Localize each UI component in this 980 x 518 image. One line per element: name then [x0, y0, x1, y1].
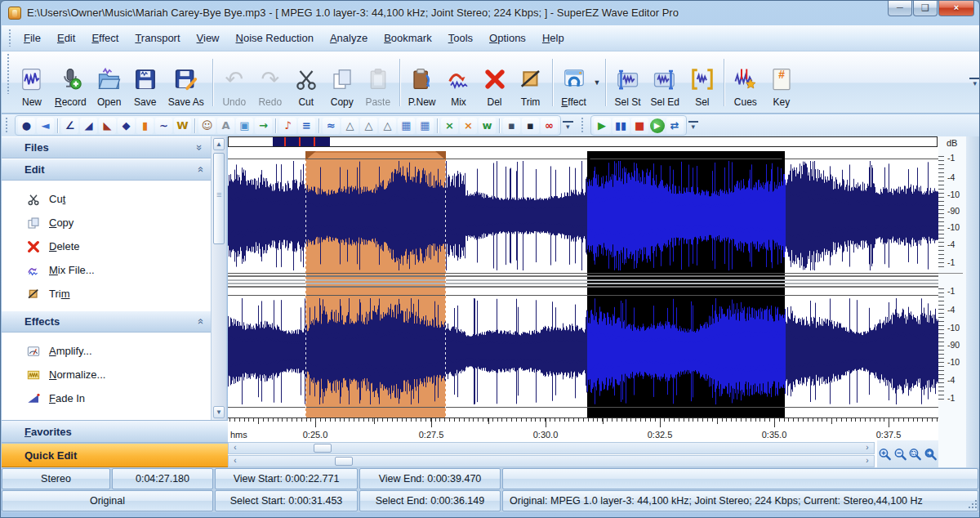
- chevron-double-up-icon[interactable]: »: [194, 167, 206, 172]
- zoom-out-button[interactable]: [893, 444, 907, 465]
- menu-bookmark[interactable]: Bookmark: [376, 29, 440, 47]
- copy-button[interactable]: Copy: [324, 54, 360, 111]
- fade-in-icon[interactable]: ◢: [80, 118, 97, 134]
- menu-options[interactable]: Options: [481, 29, 534, 47]
- maximize-button[interactable]: ❑: [913, 1, 938, 16]
- image-view-icon[interactable]: ▣: [236, 118, 253, 134]
- open-button[interactable]: Open: [91, 54, 127, 111]
- bit-depth-icon[interactable]: △: [360, 118, 377, 134]
- zoom-in-button[interactable]: [878, 444, 892, 465]
- menu-edit[interactable]: Edit: [49, 29, 83, 47]
- select-start-button[interactable]: Sel St: [609, 54, 645, 111]
- scrollbar-thumb[interactable]: [314, 444, 332, 453]
- sidebar-panel-files[interactable]: Files »: [2, 136, 211, 159]
- toolbar-overflow-chevron[interactable]: ▾: [969, 78, 980, 87]
- redo-button[interactable]: ↷ Redo: [252, 54, 288, 111]
- resample-icon[interactable]: △: [341, 118, 359, 134]
- sidebar-item-fade-in[interactable]: Fade In: [2, 386, 211, 410]
- play-button[interactable]: ▶: [594, 118, 611, 134]
- waveform-display[interactable]: [228, 147, 938, 418]
- resize-grip[interactable]: [968, 499, 978, 509]
- toolbar-grip[interactable]: [7, 29, 13, 47]
- minimize-button[interactable]: ─: [888, 1, 912, 16]
- sidebar-item-copy[interactable]: Copy: [2, 211, 211, 234]
- remove-silence-icon[interactable]: ▪: [503, 118, 520, 134]
- sidebar-panel-effects[interactable]: Effects »: [2, 310, 211, 333]
- pulse-icon[interactable]: ≈: [323, 118, 340, 134]
- sidebar-item-mix-file[interactable]: Mix File...: [2, 258, 211, 282]
- menu-help[interactable]: Help: [534, 29, 572, 47]
- loop-button[interactable]: ⇄: [666, 118, 684, 134]
- sidebar-item-normalize[interactable]: Normalize...: [2, 363, 211, 386]
- toolbar-grip[interactable]: [4, 118, 10, 133]
- menu-file[interactable]: File: [16, 29, 49, 47]
- insert-file-icon[interactable]: →: [255, 118, 272, 134]
- overview-bar[interactable]: [228, 136, 938, 147]
- play-all-button[interactable]: ▶: [650, 118, 665, 133]
- noise-reduction-icon[interactable]: ▪: [522, 118, 539, 134]
- scroll-right-arrow[interactable]: ›: [862, 444, 872, 453]
- save-as-button[interactable]: Save As: [163, 54, 209, 111]
- scrollbar-thumb[interactable]: [213, 153, 225, 244]
- undo-button[interactable]: ↶ Undo: [216, 54, 252, 111]
- equalize-icon[interactable]: W: [174, 118, 191, 134]
- chevron-double-down-icon[interactable]: »: [194, 145, 206, 150]
- mix-files-icon[interactable]: ☺: [198, 118, 216, 134]
- scroll-down-arrow[interactable]: ▼: [213, 406, 225, 418]
- horizontal-scrollbar-1[interactable]: ‹ ›: [228, 442, 875, 454]
- normalize-icon[interactable]: ▮: [136, 118, 154, 134]
- pitch-icon[interactable]: ♪: [279, 118, 296, 134]
- crossfade-icon[interactable]: ◆: [118, 118, 135, 134]
- cut-button[interactable]: Cut: [288, 54, 324, 111]
- horizontal-scrollbar-2[interactable]: ‹ ›: [228, 455, 875, 467]
- sidebar-item-trim[interactable]: Trim: [2, 282, 211, 306]
- compress-icon[interactable]: A: [217, 118, 234, 134]
- menu-effect[interactable]: Effect: [83, 29, 127, 47]
- effect-dropdown-arrow[interactable]: ▼: [594, 78, 601, 87]
- mix-button[interactable]: Mix: [441, 54, 477, 111]
- menu-analyze[interactable]: Analyze: [322, 29, 376, 47]
- delete-button[interactable]: Del: [477, 54, 513, 111]
- vocal-remove-icon[interactable]: ∞: [541, 118, 558, 134]
- menu-view[interactable]: View: [189, 29, 228, 47]
- amplify-icon[interactable]: ∠: [61, 118, 78, 134]
- toolbar-grip[interactable]: [580, 118, 586, 133]
- playback-speed-icon[interactable]: ●: [18, 118, 35, 134]
- record-button[interactable]: Record: [50, 54, 91, 111]
- close-button[interactable]: ×: [938, 1, 974, 16]
- sidebar-item-amplify[interactable]: Amplify...: [2, 339, 211, 363]
- menu-tools[interactable]: Tools: [440, 29, 481, 47]
- stop-button[interactable]: ■: [631, 118, 648, 134]
- equalizer-sliders-icon[interactable]: ≡: [298, 118, 315, 134]
- cues-button[interactable]: Cues: [728, 54, 764, 111]
- overview-view-segment[interactable]: [273, 137, 330, 146]
- sidebar-scrollbar[interactable]: ▲ ▼: [212, 136, 227, 420]
- effect-button[interactable]: Effect: [556, 54, 592, 111]
- envelope-icon[interactable]: ~: [155, 118, 172, 134]
- split-icon[interactable]: ×: [441, 118, 458, 134]
- channel-mode-icon[interactable]: △: [379, 118, 396, 134]
- menu-transport[interactable]: Transport: [127, 29, 188, 47]
- sidebar-tab-favorites[interactable]: Favorites: [2, 420, 228, 443]
- zoom-selection-button[interactable]: [908, 444, 922, 465]
- chevron-double-up-icon[interactable]: »: [194, 319, 206, 324]
- scrollbar-thumb[interactable]: [335, 457, 353, 466]
- menu-noise-reduction[interactable]: Noise Reduction: [228, 29, 322, 47]
- select-button[interactable]: Sel: [684, 54, 720, 111]
- trim-scissors-icon[interactable]: ×: [460, 118, 477, 134]
- sidebar-panel-edit[interactable]: Edit »: [2, 159, 211, 181]
- toolbar-grip[interactable]: [6, 54, 11, 94]
- new-button[interactable]: New: [14, 54, 50, 111]
- paste-new-button[interactable]: P.New: [403, 54, 441, 111]
- volume-icon[interactable]: ◄: [37, 118, 54, 134]
- sidebar-tab-quick-edit[interactable]: Quick Edit: [2, 444, 228, 467]
- format-convert-icon[interactable]: ▦: [398, 118, 415, 134]
- sidebar-item-delete[interactable]: Delete: [2, 234, 211, 258]
- toolbar-overflow-chevron[interactable]: ▾: [688, 121, 699, 131]
- timeline-ruler[interactable]: [228, 418, 938, 429]
- trim-button[interactable]: Trim: [513, 54, 549, 111]
- paste-button[interactable]: Paste: [360, 54, 396, 111]
- save-button[interactable]: Save: [127, 54, 163, 111]
- title-bar[interactable]: E:\Users\Owner\Music\Mariah Carey-Bye By…: [1, 1, 980, 25]
- pause-button[interactable]: ▮▮: [612, 118, 630, 134]
